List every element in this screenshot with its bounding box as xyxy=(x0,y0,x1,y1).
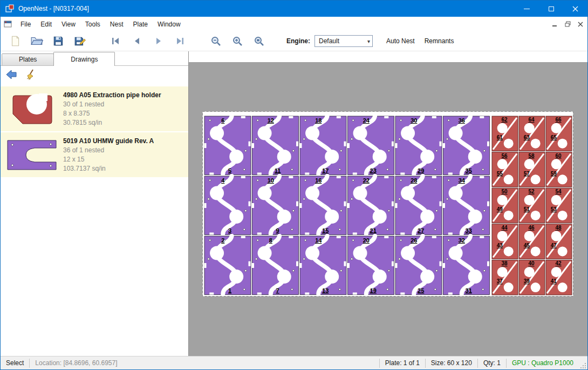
purple-part-pair[interactable]: 3433 xyxy=(443,176,490,235)
engine-select[interactable]: Default ▾ xyxy=(314,35,373,47)
purple-part-pair[interactable]: 2827 xyxy=(395,176,442,235)
purple-part-pair[interactable]: 1817 xyxy=(300,116,347,175)
red-part-pair[interactable]: 6665 xyxy=(546,116,572,151)
close-button[interactable] xyxy=(563,1,587,17)
purple-part-pair[interactable]: 2625 xyxy=(395,236,442,295)
red-part-pair[interactable]: 6059 xyxy=(546,152,572,187)
last-plate-button[interactable] xyxy=(172,33,188,49)
red-part-pair[interactable]: 5655 xyxy=(492,152,518,187)
nesting-canvas[interactable]: 6512111817242330293635431091615222128273… xyxy=(189,51,587,356)
status-location: Location: [84.8696, 60.6957] xyxy=(30,359,122,367)
status-bar: Select Location: [84.8696, 60.6957] Plat… xyxy=(1,356,587,369)
document-window-icon xyxy=(4,20,12,28)
purple-part-pair[interactable]: 1615 xyxy=(300,176,347,235)
app-icon xyxy=(5,4,14,13)
menu-edit[interactable]: Edit xyxy=(36,17,57,31)
red-part-pair[interactable]: 6261 xyxy=(492,116,518,151)
red-part-pair[interactable]: 5049 xyxy=(492,188,518,223)
part-number: 62 xyxy=(501,117,508,123)
sidebar: Plates Drawings 4980 A05 Extraction pip xyxy=(1,51,189,356)
new-file-button[interactable] xyxy=(7,33,23,49)
tab-plates[interactable]: Plates xyxy=(2,53,54,65)
purple-part-pair[interactable]: 43 xyxy=(204,176,251,235)
part-number: 40 xyxy=(528,260,535,266)
purple-part-pair[interactable]: 1211 xyxy=(252,116,299,175)
main-toolbar: Engine: Default ▾ Auto Nest Remnants xyxy=(1,31,587,51)
tab-drawings[interactable]: Drawings xyxy=(53,52,115,66)
mdi-minimize-button[interactable] xyxy=(549,19,560,30)
previous-plate-button[interactable] xyxy=(129,33,145,49)
menu-nest[interactable]: Nest xyxy=(105,17,128,31)
purple-part-pair[interactable]: 2423 xyxy=(347,116,394,175)
red-part-pair[interactable]: 5453 xyxy=(546,188,572,223)
red-part-pair[interactable]: 5857 xyxy=(519,152,545,187)
purple-part-pair[interactable]: 1413 xyxy=(300,236,347,295)
red-part-pair[interactable]: 4645 xyxy=(519,224,545,259)
zoom-in-icon xyxy=(232,36,243,46)
part-number: 13 xyxy=(322,287,329,294)
menu-file[interactable]: File xyxy=(16,17,36,31)
red-part-pair[interactable]: 4443 xyxy=(492,224,518,259)
save-as-button[interactable] xyxy=(72,33,88,49)
red-part-pair[interactable]: 3837 xyxy=(492,260,518,295)
part-number: 18 xyxy=(315,117,322,124)
part-number: 29 xyxy=(418,167,424,174)
part-number: 43 xyxy=(497,243,503,248)
list-item-uhmw-guide[interactable]: 5019 A10 UHMW guide Rev. A 36 of 1 neste… xyxy=(1,132,188,177)
import-drawing-button[interactable] xyxy=(4,68,19,82)
purple-part-pair[interactable]: 3231 xyxy=(443,236,490,295)
resize-grip-icon[interactable] xyxy=(579,356,587,369)
part-number: 59 xyxy=(551,171,557,177)
red-part-pair[interactable]: 4241 xyxy=(546,260,572,295)
next-plate-button[interactable] xyxy=(151,33,167,49)
menu-plate[interactable]: Plate xyxy=(128,17,153,31)
part-number: 27 xyxy=(418,227,424,234)
zoom-fit-icon xyxy=(254,36,264,46)
menu-tools[interactable]: Tools xyxy=(80,17,105,31)
purple-part-pair[interactable]: 65 xyxy=(204,116,251,175)
red-part-pair[interactable]: 4847 xyxy=(546,224,572,259)
red-part-pair[interactable]: 6463 xyxy=(519,116,545,151)
purple-part-pair[interactable]: 3635 xyxy=(443,116,490,175)
zoom-fit-button[interactable] xyxy=(251,33,267,49)
menu-view[interactable]: View xyxy=(57,17,80,31)
save-button[interactable] xyxy=(50,33,66,49)
part-number: 36 xyxy=(459,117,465,124)
mdi-restore-button[interactable] xyxy=(562,19,573,30)
part-number: 48 xyxy=(555,225,562,231)
part-number: 10 xyxy=(268,177,274,184)
part-number: 45 xyxy=(524,243,530,248)
purple-part-pair[interactable]: 2019 xyxy=(347,236,394,295)
part-title: 5019 A10 UHMW guide Rev. A xyxy=(63,136,185,146)
purple-part-pair[interactable]: 87 xyxy=(252,236,299,295)
purple-part-pair[interactable]: 2221 xyxy=(347,176,394,235)
list-item-extraction-pipe-holder[interactable]: 4980 A05 Extraction pipe holder 30 of 1 … xyxy=(1,86,188,131)
part-number: 7 xyxy=(276,287,279,294)
save-icon xyxy=(52,35,64,47)
status-mode: Select xyxy=(1,359,29,367)
purple-part-pair[interactable]: 3029 xyxy=(395,116,442,175)
zoom-out-button[interactable] xyxy=(208,33,224,49)
part-area: 103.7137 sq/in xyxy=(63,164,185,173)
mdi-close-button[interactable] xyxy=(575,19,586,30)
remnants-button[interactable]: Remnants xyxy=(420,34,459,48)
zoom-in-button[interactable] xyxy=(229,33,245,49)
save-as-icon xyxy=(74,35,86,47)
broom-icon xyxy=(25,69,36,80)
titlebar: OpenNest - [N0317-004] xyxy=(1,1,587,17)
menu-window[interactable]: Window xyxy=(153,17,186,31)
red-part-pair[interactable]: 4039 xyxy=(519,260,545,295)
part-number: 65 xyxy=(551,134,557,140)
plate-view[interactable]: 6512111817242330293635431091615222128273… xyxy=(202,111,573,297)
red-part-pair[interactable]: 5251 xyxy=(519,188,545,223)
purple-part-pair[interactable]: 109 xyxy=(252,176,299,235)
part-number: 66 xyxy=(555,117,562,123)
open-file-button[interactable] xyxy=(29,33,45,49)
auto-nest-button[interactable]: Auto Nest xyxy=(381,34,420,48)
clean-drawings-button[interactable] xyxy=(23,68,38,82)
purple-part-pair[interactable]: 21 xyxy=(204,236,251,295)
part-number: 51 xyxy=(524,206,530,212)
minimize-button[interactable] xyxy=(515,1,539,17)
maximize-button[interactable] xyxy=(539,1,563,17)
first-plate-button[interactable] xyxy=(107,33,124,49)
